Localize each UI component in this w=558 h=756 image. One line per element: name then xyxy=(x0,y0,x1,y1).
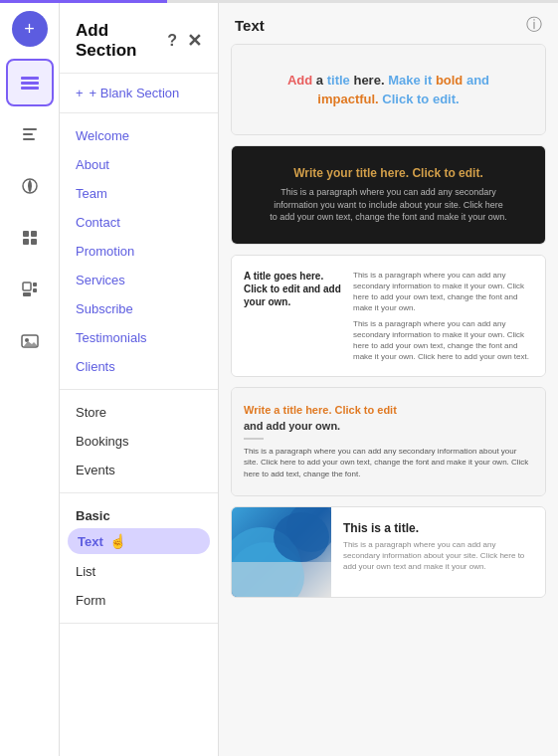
nav-category-basic: Basic xyxy=(60,501,218,525)
media-icon-button[interactable] xyxy=(6,317,54,365)
info-icon[interactable]: ⓘ xyxy=(526,15,542,36)
svg-rect-0 xyxy=(21,77,39,80)
svg-rect-13 xyxy=(33,288,37,292)
card4-title-text2: and add your own. xyxy=(244,420,340,432)
nav-item-form[interactable]: Form xyxy=(60,586,218,615)
nav-group-1: Welcome About Team Contact Promotion Ser… xyxy=(60,113,218,390)
nav-group-2: Store Bookings Events xyxy=(60,390,218,493)
close-icon[interactable]: ✕ xyxy=(187,30,202,52)
theme-icon-button[interactable] xyxy=(6,162,54,210)
card5-content: This is a title. This is a paragraph whe… xyxy=(331,507,545,597)
svg-rect-14 xyxy=(23,292,31,296)
cursor-indicator: ☝ xyxy=(109,533,126,549)
card5-title: This is a title. xyxy=(343,521,533,535)
card4-body: This is a paragraph where you can add an… xyxy=(244,446,533,479)
nav-item-team[interactable]: Team xyxy=(60,179,218,208)
help-icon[interactable]: ? xyxy=(167,32,177,50)
card5-image xyxy=(232,507,331,597)
svg-point-18 xyxy=(274,512,329,562)
blank-section-label: + Blank Section xyxy=(90,86,180,100)
svg-rect-9 xyxy=(23,239,29,245)
side-panel: Add Section ? ✕ + + Blank Section Welcom… xyxy=(60,3,219,756)
template-card-4[interactable]: Write a title here. Click to edit and ad… xyxy=(231,387,546,496)
nav-item-events[interactable]: Events xyxy=(60,456,218,484)
template-card-3[interactable]: A title goes here. Click to edit and add… xyxy=(231,255,546,378)
svg-rect-1 xyxy=(21,82,39,85)
card2-title: Write your title here. Click to edit. xyxy=(293,166,482,180)
nav-item-clients[interactable]: Clients xyxy=(60,352,218,381)
widgets-icon-button[interactable] xyxy=(6,266,54,313)
nav-item-contact[interactable]: Contact xyxy=(60,208,218,237)
main-header: Text ⓘ xyxy=(219,3,558,44)
text-item-label: Text xyxy=(78,534,103,549)
card5-body: This is a paragraph where you can add an… xyxy=(343,539,533,573)
svg-rect-8 xyxy=(31,231,37,237)
svg-rect-5 xyxy=(23,138,35,140)
template-card-2[interactable]: Write your title here. Click to edit. Th… xyxy=(231,145,546,245)
nav-item-text-selected[interactable]: Text ☝ xyxy=(68,528,210,554)
nav-item-testimonials[interactable]: Testimonials xyxy=(60,323,218,352)
panel-header-icons: ? ✕ xyxy=(167,30,202,52)
text-icon-button[interactable] xyxy=(6,110,54,158)
panel-header: Add Section ? ✕ xyxy=(60,3,218,74)
svg-rect-3 xyxy=(23,128,37,130)
svg-rect-19 xyxy=(232,562,331,597)
cards-area: Add a title here. Make it bold and impac… xyxy=(219,44,558,614)
nav-item-services[interactable]: Services xyxy=(60,266,218,294)
blank-section-button[interactable]: + + Blank Section xyxy=(60,74,218,113)
svg-rect-11 xyxy=(23,283,31,290)
main-section-title: Text xyxy=(235,17,265,34)
apps-icon-button[interactable] xyxy=(6,214,54,262)
svg-rect-2 xyxy=(21,87,39,90)
progress-bar-fill xyxy=(0,0,167,3)
nav-item-bookings[interactable]: Bookings xyxy=(60,427,218,456)
nav-item-subscribe[interactable]: Subscribe xyxy=(60,294,218,323)
card4-title-text: Write a title here. Click to edit xyxy=(244,404,397,416)
panel-title: Add Section xyxy=(76,21,167,61)
add-button[interactable]: + xyxy=(12,11,48,47)
template-card-1[interactable]: Add a title here. Make it bold and impac… xyxy=(231,44,546,135)
card4-divider xyxy=(244,438,264,440)
main-content: Text ⓘ Add a title here. Make it bold an… xyxy=(219,3,558,756)
svg-rect-4 xyxy=(23,133,33,135)
svg-rect-12 xyxy=(33,283,37,286)
card3-right: This is a paragraph where you can add an… xyxy=(353,270,533,363)
nav-item-about[interactable]: About xyxy=(60,150,218,179)
card1-text: Add a title here. Make it bold and impac… xyxy=(287,71,489,109)
nav-item-store[interactable]: Store xyxy=(60,398,218,427)
icon-bar: + xyxy=(0,3,60,756)
svg-rect-10 xyxy=(31,239,37,245)
nav-item-list[interactable]: List xyxy=(60,557,218,586)
nav-group-basic: Basic Text ☝ List Form xyxy=(60,493,218,624)
card3-left: A title goes here. Click to edit and add… xyxy=(244,270,343,363)
nav-item-welcome[interactable]: Welcome xyxy=(60,121,218,150)
blank-section-plus: + xyxy=(76,86,84,100)
card2-body: This is a paragraph where you can add an… xyxy=(270,186,508,224)
nav-item-promotion[interactable]: Promotion xyxy=(60,237,218,266)
template-card-5[interactable]: This is a title. This is a paragraph whe… xyxy=(231,506,546,598)
sections-icon-button[interactable] xyxy=(6,59,54,106)
svg-rect-7 xyxy=(23,231,29,237)
